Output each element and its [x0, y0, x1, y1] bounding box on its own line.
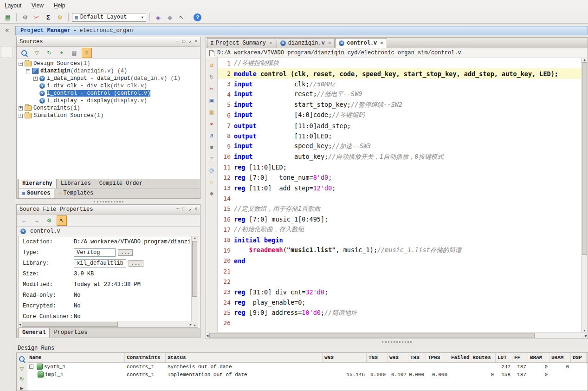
collapse-panel-button[interactable]: « [3, 26, 11, 33]
design-run-row-impl-1[interactable]: impl_1constrs_1Implementation Out-of-dat… [27, 371, 588, 378]
maximize-icon[interactable]: ↗ [188, 39, 191, 45]
code-line[interactable]: 1//琴键控制模块 [218, 58, 581, 68]
column-header-ff[interactable]: FF [512, 353, 528, 362]
properties-vertical-scrollbar[interactable]: ▲ ▼ [191, 236, 198, 327]
code-line[interactable]: 8output [11:0]LED; [218, 131, 581, 141]
column-header-bram[interactable]: BRAM [528, 353, 549, 362]
panel-tab-sources[interactable]: ▦Sources [18, 189, 54, 198]
scroll-right-icon[interactable]: ▶ [190, 323, 192, 326]
gear-icon[interactable]: ⚙ [44, 215, 54, 226]
view-tab-compile-order[interactable]: Compile Order [95, 179, 147, 189]
delete-icon[interactable]: × [207, 120, 216, 128]
property-value-box[interactable]: Verilog [74, 248, 116, 257]
column-header-failed-routes[interactable]: Failed Routes [449, 353, 496, 362]
collapsed-panel-tab[interactable] [1, 46, 13, 58]
menu-item-help[interactable]: Help [54, 2, 65, 9]
new-icon[interactable]: ▤ [3, 12, 13, 22]
expand-icon[interactable]: + [19, 106, 23, 111]
help-icon[interactable]: ? [194, 13, 201, 21]
float-icon[interactable]: □ [182, 207, 185, 212]
filter-icon[interactable]: ▽ [18, 365, 26, 372]
minimize-icon[interactable]: ─ [176, 207, 179, 212]
maximize-icon[interactable]: ↗ [188, 207, 191, 212]
code-area[interactable]: 1//琴键控制模块2module control (clk, reset, co… [218, 58, 581, 332]
collapse-icon[interactable]: − [29, 365, 33, 369]
editor-horizontal-scrollbar[interactable]: ◀ ▶ [206, 332, 588, 339]
diamond-icon[interactable]: ◆ [165, 12, 175, 22]
scrollbar-thumb[interactable] [209, 333, 535, 338]
panel-tab-templates[interactable]: ☼Templates [54, 189, 97, 198]
tree-item-design-sources[interactable]: −Design Sources (1) [17, 60, 200, 67]
paste-icon[interactable]: ▦ [207, 108, 216, 116]
close-icon[interactable]: × [328, 40, 331, 46]
search-icon[interactable] [18, 356, 26, 362]
scroll-left-icon[interactable]: ◀ [19, 323, 21, 326]
tree-item-i-data-input-data-input[interactable]: +Vi_data_input - data_input (data_in.v) … [17, 75, 200, 82]
menu-item-layout[interactable]: Layout [5, 2, 21, 9]
code-line[interactable]: 20end [218, 255, 581, 266]
scroll-left-icon[interactable]: ◀ [206, 334, 208, 338]
float-icon[interactable]: □ [182, 39, 185, 45]
layout-selector[interactable]: ▦Default Layout▼ [72, 13, 146, 22]
scroll-down-icon[interactable]: ▼ [194, 324, 195, 327]
code-line[interactable]: 7output [11:0]add_step; [218, 120, 581, 130]
column-header-whs[interactable]: WHS [388, 353, 408, 362]
code-line[interactable]: 10input auto_key;//自动播放开关，1自动播放，0按键模式 [218, 152, 581, 162]
collapse-icon[interactable]: − [19, 62, 23, 66]
property-value-box[interactable]: xil_defaultlib [74, 259, 126, 267]
expand-all-icon[interactable]: ≡ [82, 48, 92, 58]
browse-button[interactable]: ... [118, 249, 133, 256]
scrollbar-thumb[interactable] [192, 241, 197, 297]
tree-item-dianziqin[interactable]: −dianziqin (dianziqin.v) (4) [17, 67, 200, 75]
view-tab-hierarchy[interactable]: Hierarchy [18, 179, 57, 189]
editor-tab-project-summary[interactable]: ΣProject Summary× [207, 38, 276, 48]
code-line[interactable]: 9input speed_key;//加速--SW3 [218, 141, 581, 151]
filter-icon[interactable]: ▽ [32, 48, 42, 58]
close-icon[interactable]: × [194, 39, 197, 45]
code-line[interactable]: 6input [4:0]code;//琴键编码 [218, 110, 581, 120]
outdent-icon[interactable]: ≣ [207, 155, 216, 163]
scrollbar-thumb[interactable] [22, 322, 118, 327]
search-icon[interactable] [19, 48, 29, 58]
column-header-wns[interactable]: WNS [323, 353, 367, 362]
pointer-icon[interactable]: ↖ [176, 12, 187, 22]
code-line[interactable]: 3input clk;//50MHz [218, 79, 581, 89]
horizontal-splitter[interactable] [206, 340, 588, 344]
undo-icon[interactable]: ↺ [207, 62, 216, 70]
expand-toolbar-icon[interactable]: ▶ [20, 386, 24, 391]
code-line[interactable]: 5input start_stop_key;//暂停继续--SW2 [218, 100, 581, 110]
editor-tab-dianziqin-v[interactable]: Vdianziqin.v× [277, 38, 335, 48]
horizontal-splitter[interactable] [16, 200, 200, 204]
code-line[interactable]: 19 $readmemh("music1.list", music_1);//m… [218, 245, 581, 255]
code-line[interactable]: 23reg [31:0] div_cnt=32'd0; [218, 287, 581, 297]
expand-icon[interactable]: + [19, 114, 23, 118]
refresh-icon[interactable]: ↻ [18, 376, 26, 383]
column-header-constraints[interactable]: Constraints [125, 353, 166, 362]
stamp-icon[interactable]: ◈ [153, 12, 163, 22]
menu-item-view[interactable]: View [32, 2, 44, 9]
run-gear-icon[interactable]: ⚙ [55, 12, 65, 22]
tree-item-simulation-sources[interactable]: +Simulation Sources (1) [17, 112, 200, 119]
code-line[interactable]: 17//初始化歌曲，存入数组 [218, 224, 581, 235]
scroll-down-icon[interactable]: ▼ [583, 329, 586, 332]
column-header-name[interactable]: Name [27, 353, 125, 362]
tree-item-i-div-clk-div-clk[interactable]: Vi_div_clk - div_clk (div_clk.v) [17, 82, 200, 90]
close-icon[interactable]: × [194, 207, 197, 212]
vertical-splitter[interactable] [200, 37, 206, 339]
column-header-status[interactable]: Status [166, 353, 323, 362]
copy-icon[interactable]: ▣ [207, 97, 216, 104]
code-line[interactable]: 16reg [7:0] music_1[0:495]; [218, 214, 581, 224]
code-line[interactable]: 24reg play_enable=0; [218, 297, 581, 307]
sigma-icon[interactable]: Σ [43, 12, 53, 22]
chevron-down-icon[interactable]: ▼ [141, 15, 143, 20]
minimize-icon[interactable]: ─ [176, 39, 179, 45]
column-header-ths[interactable]: THS [408, 353, 426, 362]
column-header-uram[interactable]: URAM [549, 353, 571, 362]
back-icon[interactable]: ← [19, 215, 29, 226]
code-line[interactable]: 11reg [11:0]LED; [218, 162, 581, 172]
code-line[interactable]: 25reg [9:0] address=10'd0;//简谱地址 [218, 307, 581, 318]
view-tab-libraries[interactable]: Libraries [57, 179, 95, 189]
bookmark-icon[interactable]: ◆ [207, 189, 216, 197]
code-line[interactable]: 12reg [7:0] tone_num=8'd0; [218, 172, 581, 182]
column-header-tpws[interactable]: TPWS [426, 353, 449, 362]
